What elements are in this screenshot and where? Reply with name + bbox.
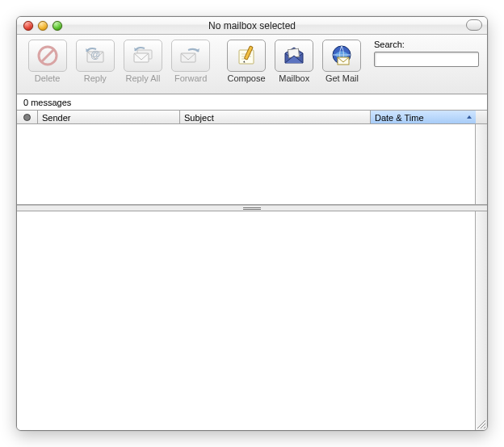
splitter-grip-icon [243,207,261,210]
compose-button[interactable]: Compose [224,40,268,83]
list-scrollbar[interactable] [475,124,487,204]
column-date[interactable]: Date & Time [371,111,476,123]
pane-splitter[interactable] [17,205,487,211]
svg-rect-6 [181,53,195,62]
delete-label: Delete [35,74,61,83]
get-mail-label: Get Mail [326,74,359,83]
search-input[interactable] [374,52,479,67]
reply-all-label: Reply All [126,74,161,83]
column-headers: Sender Subject Date & Time [17,111,487,124]
reply-button: @ Reply [73,40,117,83]
delete-icon [28,40,67,72]
svg-point-17 [24,115,31,121]
reply-all-button: Reply All [120,40,165,83]
search-label: Search: [374,40,479,49]
sort-ascending-icon [466,114,472,120]
svg-text:@: @ [90,49,100,61]
bullet-icon [23,113,32,122]
forward-button: Forward [169,40,213,83]
svg-rect-5 [134,53,149,62]
close-button[interactable] [23,21,33,31]
search-area: Search: [368,40,479,67]
reply-label: Reply [84,74,107,83]
minimize-button[interactable] [38,21,48,31]
toolbar-toggle-button[interactable] [466,19,482,31]
column-flag[interactable] [17,111,38,123]
mail-window: No mailbox selected Delete @ Reply Reply… [16,16,488,431]
message-count: 0 messages [23,98,71,107]
window-title: No mailbox selected [17,20,487,31]
mailbox-button[interactable]: Mailbox [272,40,317,83]
preview-pane [17,211,487,430]
compose-icon [227,40,266,72]
titlebar: No mailbox selected [17,17,487,35]
resize-handle[interactable] [475,418,486,429]
get-mail-icon [322,40,361,72]
mailbox-icon [275,40,313,72]
compose-label: Compose [228,74,266,83]
delete-button: Delete [25,40,69,83]
window-controls [17,21,62,31]
forward-label: Forward [174,74,207,83]
svg-line-1 [42,50,53,61]
get-mail-button[interactable]: Get Mail [320,40,364,83]
column-sender[interactable]: Sender [38,111,180,123]
reply-icon: @ [76,40,115,72]
column-scroll-spacer [476,111,487,123]
mailbox-label: Mailbox [279,74,309,83]
forward-icon [171,40,210,72]
zoom-button[interactable] [52,21,62,31]
column-subject[interactable]: Subject [180,111,371,123]
reply-all-icon [124,40,162,72]
status-bar: 0 messages [17,94,487,111]
message-list[interactable] [17,124,487,205]
toolbar: Delete @ Reply Reply All Forward Co [17,35,487,94]
svg-line-23 [485,428,485,428]
preview-scrollbar[interactable] [475,211,487,430]
